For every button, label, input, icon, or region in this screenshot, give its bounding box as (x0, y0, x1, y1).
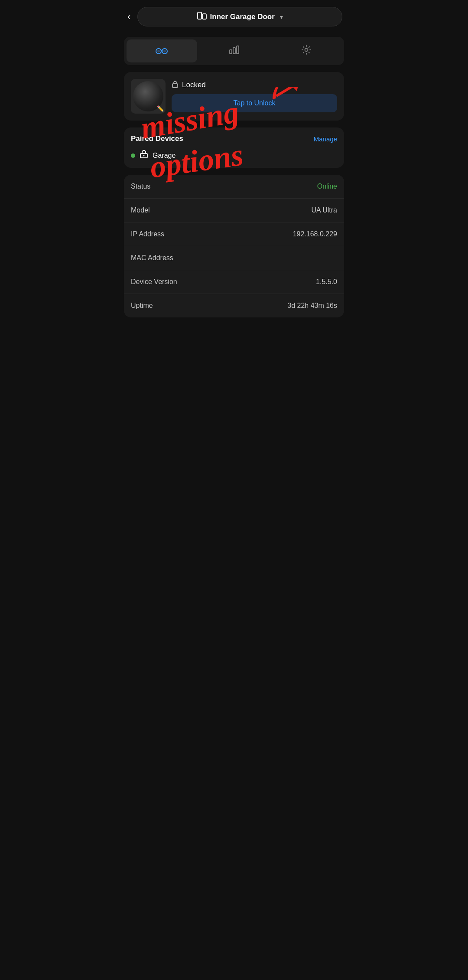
svg-rect-8 (237, 46, 239, 54)
camera-thumbnail: ✏️ (131, 79, 166, 114)
device-item-name: Garage (153, 152, 176, 160)
model-label: Model (131, 206, 150, 214)
tap-to-unlock-button[interactable]: Tap to Unlock (172, 94, 337, 112)
lock-card: ✏️ Locked Tap to Unlock (124, 72, 344, 121)
svg-rect-10 (172, 84, 178, 88)
model-value: UA Ultra (311, 206, 337, 214)
info-row-ip: IP Address 192.168.0.229 (124, 222, 344, 246)
info-row-version: Device Version 1.5.5.0 (124, 270, 344, 294)
tab-settings[interactable] (271, 39, 341, 62)
header: ‹ Inner Garage Door ▾ (117, 0, 351, 33)
device-item: Garage (131, 150, 337, 161)
paired-devices-card: Paired Devices Manage Garage (124, 127, 344, 168)
uptime-label: Uptime (131, 302, 153, 310)
uptime-value: 3d 22h 43m 16s (287, 302, 337, 310)
back-button[interactable]: ‹ (126, 10, 132, 24)
status-label: Status (131, 183, 150, 190)
version-label: Device Version (131, 278, 177, 286)
svg-point-12 (143, 155, 145, 157)
info-row-status: Status Online (124, 175, 344, 199)
ip-value: 192.168.0.229 (293, 230, 337, 238)
garage-device-icon (140, 150, 148, 161)
manage-button[interactable]: Manage (314, 135, 337, 143)
info-row-model: Model UA Ultra (124, 199, 344, 222)
lock-info: Locked Tap to Unlock (172, 80, 337, 112)
svg-rect-0 (198, 12, 202, 19)
mac-label: MAC Address (131, 254, 173, 262)
chevron-down-icon: ▾ (280, 13, 283, 20)
online-indicator (131, 154, 135, 158)
edit-icon: ✏️ (157, 105, 164, 112)
binoculars-icon (156, 46, 168, 56)
svg-rect-1 (202, 14, 206, 19)
device-selector[interactable]: Inner Garage Door ▾ (137, 7, 342, 26)
device-selector-icon (197, 12, 207, 22)
device-info-card: Status Online Model UA Ultra IP Address … (124, 175, 344, 317)
paired-devices-title: Paired Devices (131, 134, 183, 143)
svg-rect-7 (233, 48, 235, 54)
tab-overview[interactable] (127, 39, 197, 62)
svg-point-9 (305, 49, 308, 52)
chart-icon (229, 46, 239, 56)
gear-icon (301, 45, 312, 57)
tabs-container (124, 37, 344, 65)
page-root: ‹ Inner Garage Door ▾ (117, 0, 351, 317)
lock-status-row: Locked (172, 80, 337, 90)
status-value: Online (317, 183, 337, 190)
paired-devices-header: Paired Devices Manage (131, 134, 337, 143)
device-name: Inner Garage Door (210, 13, 275, 21)
ip-label: IP Address (131, 230, 164, 238)
info-row-uptime: Uptime 3d 22h 43m 16s (124, 294, 344, 317)
info-row-mac: MAC Address (124, 246, 344, 270)
lock-status-text: Locked (182, 81, 206, 89)
version-value: 1.5.5.0 (316, 278, 337, 286)
tab-stats[interactable] (199, 39, 270, 62)
lock-icon (172, 80, 179, 90)
svg-point-5 (163, 50, 166, 52)
svg-point-4 (157, 50, 160, 52)
svg-rect-6 (230, 50, 232, 54)
